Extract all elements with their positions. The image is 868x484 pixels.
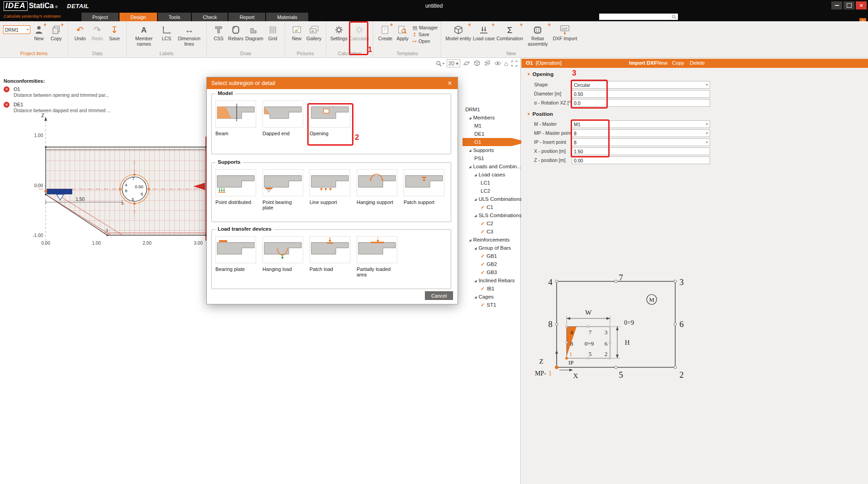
check-icon[interactable]: ✓ [481, 262, 485, 267]
nonconformity-item-o1[interactable]: ✕ O1 Distance between opening and trimme… [4, 86, 117, 99]
search-input[interactable] [601, 14, 668, 20]
tree-group-sls[interactable]: ◢SLS Combinations [463, 211, 520, 219]
diagram-toggle[interactable]: Diagram [244, 23, 264, 42]
undo-button[interactable]: ↶ Undo [72, 23, 89, 42]
tab-materials[interactable]: Materials [266, 13, 308, 21]
zoom-fit-button[interactable] [510, 60, 518, 67]
project-item-combo[interactable]: DRM1▾ [3, 25, 30, 34]
tree-item-st1[interactable]: ✓ST1 [463, 301, 520, 309]
card-partially-loaded-area[interactable]: Partially loaded area [357, 236, 396, 277]
tab-design[interactable]: Design [119, 13, 157, 21]
tree-item-c2[interactable]: ✓C2 [463, 219, 520, 228]
create-template-button[interactable]: + Create [377, 23, 394, 42]
tree-item-m1[interactable]: M1 [463, 122, 520, 130]
dialog-header[interactable]: Select subregion or detail ✕ [207, 77, 458, 89]
model-entity-button[interactable]: + Model entity [444, 23, 472, 42]
new-picture-button[interactable]: New [288, 23, 305, 42]
x-position-input[interactable]: 1.50 [572, 147, 710, 155]
check-icon[interactable]: ✓ [481, 270, 485, 275]
zoom-tool-button[interactable]: ▾ [435, 60, 444, 67]
tree-item-ps1[interactable]: PS1 [463, 154, 520, 162]
tree-item-gb1[interactable]: ✓GB1 [463, 252, 520, 260]
home-view-button[interactable]: ⌂ [504, 60, 508, 67]
combination-button[interactable]: Σ+ Combination [496, 23, 524, 42]
rebars-toggle[interactable]: Rebars [227, 23, 244, 42]
card-bearing-plate[interactable]: Bearing plate [215, 236, 255, 277]
section-opening[interactable]: ▾Opening [528, 71, 553, 77]
tree-group-cages[interactable]: ◢Cages [463, 293, 520, 301]
close-button[interactable]: ✕ [856, 1, 867, 9]
check-icon[interactable]: ✓ [481, 229, 485, 234]
rebar-assembly-button[interactable]: + Rebar assembly [524, 23, 552, 47]
tree-item-c1[interactable]: ✓C1 [463, 203, 520, 211]
section-position[interactable]: ▾Position [528, 111, 553, 117]
dimension-lines-toggle[interactable]: ↔ Dimension lines [175, 23, 203, 47]
insert-point-select[interactable]: 8▾ [572, 138, 710, 146]
tree-item-lc2[interactable]: LC2 [463, 187, 520, 195]
plane-view-button[interactable] [463, 59, 471, 67]
layers-button[interactable] [483, 59, 491, 67]
tree-item-gb2[interactable]: ✓GB2 [463, 260, 520, 268]
maximize-button[interactable] [844, 1, 854, 9]
view-mode-button[interactable]: 2D▾ [447, 59, 460, 67]
lcs-toggle[interactable]: LCS [158, 23, 175, 42]
card-point-distributed[interactable]: Point distributed [215, 169, 255, 210]
tab-tools[interactable]: Tools [158, 13, 191, 21]
template-manager-button[interactable]: ▤Manager [412, 25, 438, 30]
member-names-toggle[interactable]: A Member names [130, 23, 158, 47]
template-save-button[interactable]: ↥Save [412, 32, 438, 37]
check-icon[interactable]: ✓ [481, 221, 485, 226]
css-toggle[interactable]: CSS [210, 23, 227, 42]
tree-item-lc1[interactable]: LC1 [463, 179, 520, 187]
tree-group-group-of-bars[interactable]: ◢Group of Bars [463, 244, 520, 252]
visibility-button[interactable] [494, 59, 502, 67]
tree-group-supports[interactable]: ◢Supports [463, 146, 520, 154]
tree-item-ib1[interactable]: ✓IB1 [463, 285, 520, 293]
card-point-bearing-plate[interactable]: Point bearing plate [262, 169, 302, 210]
tree-group-members[interactable]: ◢Members [463, 114, 520, 122]
master-point-select[interactable]: 8▾ [572, 129, 710, 137]
new-project-item-button[interactable]: + New [30, 23, 48, 42]
card-opening[interactable]: Opening [310, 100, 349, 136]
card-line-support[interactable]: Line support [310, 169, 349, 210]
tree-group-reinforcements[interactable]: ◢Reinforcements [463, 236, 520, 244]
diameter-input[interactable]: 0.50 [572, 90, 710, 98]
tree-item-gb3[interactable]: ✓GB3 [463, 268, 520, 276]
tab-check[interactable]: Check [192, 13, 228, 21]
solid-view-button[interactable] [473, 59, 481, 67]
save-button[interactable]: ↧ Save [106, 23, 123, 42]
card-beam[interactable]: Beam [215, 100, 255, 136]
new-operation-button[interactable]: New [657, 60, 668, 66]
card-patch-support[interactable]: Patch support [404, 169, 444, 210]
import-dxf-button[interactable]: Import DXF [629, 60, 657, 66]
check-icon[interactable]: ✓ [481, 254, 485, 259]
cancel-button[interactable]: Cancel [425, 291, 453, 300]
card-patch-load[interactable]: Patch load [310, 236, 349, 277]
check-icon[interactable]: ✓ [481, 205, 485, 210]
tab-report[interactable]: Report [229, 13, 265, 21]
z-position-input[interactable]: 0.00 [572, 157, 710, 164]
card-hanging-load[interactable]: Hanging load [262, 236, 302, 277]
tree-item-o1-selected[interactable]: O1 [463, 138, 528, 146]
tree-item-drm1[interactable]: DRM1 [463, 105, 520, 114]
tree-group-inclined-rebars[interactable]: ◢Inclined Rebars [463, 276, 520, 285]
load-case-button[interactable]: + Load case [472, 23, 496, 42]
check-icon[interactable]: ✓ [481, 286, 485, 291]
card-dapped-end[interactable]: Dapped end [262, 100, 302, 136]
template-open-button[interactable]: ↦Open [412, 38, 438, 44]
check-icon[interactable]: ✓ [481, 303, 485, 308]
gallery-button[interactable]: Gallery [305, 23, 323, 42]
master-select[interactable]: M1▾ [572, 120, 710, 128]
shape-select[interactable]: Circular▾ [572, 81, 710, 89]
settings-button[interactable]: Settings [329, 23, 348, 42]
dialog-close-button[interactable]: ✕ [447, 80, 453, 86]
copy-operation-button[interactable]: Copy [672, 60, 684, 66]
tree-item-de1[interactable]: DE1 [463, 130, 520, 138]
calculate-button[interactable]: Calculate [348, 23, 370, 42]
dxf-import-button[interactable]: DXF DXF Import [552, 23, 578, 42]
rotation-input[interactable]: 0.0 [572, 99, 710, 107]
tree-group-uls[interactable]: ◢ULS Combinations [463, 195, 520, 203]
tab-project[interactable]: Project [81, 13, 119, 21]
tree-group-load-cases[interactable]: ◢Load cases [463, 171, 520, 179]
copy-project-item-button[interactable]: + Copy [48, 23, 65, 42]
